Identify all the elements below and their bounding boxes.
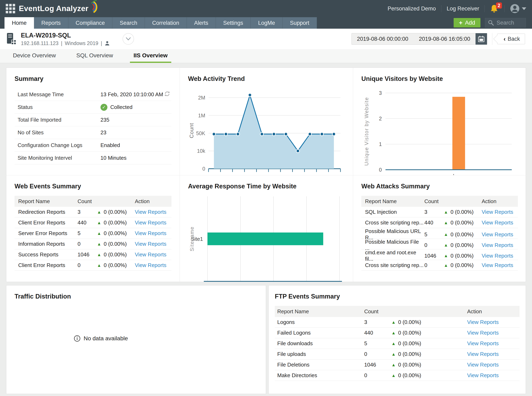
nav-tab-search[interactable]: Search — [112, 17, 145, 29]
divider: | — [61, 40, 63, 46]
date-from-input[interactable]: 2019-08-06 00:00:00 — [352, 36, 414, 42]
summary-label: Last Message Time — [17, 91, 100, 98]
view-reports-link[interactable]: View Reports — [467, 340, 499, 346]
report-count: 440 — [424, 220, 444, 226]
view-reports-link[interactable]: View Reports — [482, 231, 513, 238]
report-count: 3 — [78, 209, 97, 215]
report-action: View Reports — [135, 241, 172, 247]
refresh-icon[interactable] — [164, 91, 170, 98]
report-count: 5 — [78, 230, 97, 237]
table-row: File Deletions1046▲0 (0.00%)View Reports — [275, 360, 520, 370]
add-button[interactable]: + Add — [454, 18, 481, 27]
view-reports-link[interactable]: View Reports — [135, 262, 166, 268]
view-reports-link[interactable]: View Reports — [482, 220, 513, 226]
apps-grid-icon[interactable] — [6, 4, 15, 13]
chevron-down-icon — [522, 7, 526, 10]
report-action: View Reports — [467, 372, 520, 379]
report-count: 3 — [364, 319, 391, 325]
log-receiver-link[interactable]: Log Receiver — [447, 6, 479, 12]
nav-tab-reports[interactable]: Reports — [34, 17, 68, 29]
report-name: Redirection Reports — [18, 209, 78, 215]
back-button[interactable]: ‹ Back — [497, 34, 525, 44]
divider — [485, 5, 485, 12]
svg-text:2: 2 — [379, 116, 382, 122]
personalized-demo-link[interactable]: Personalized Demo — [388, 6, 436, 12]
svg-text:1M: 1M — [198, 113, 205, 118]
up-triangle-icon: ▲ — [391, 352, 396, 357]
view-reports-link[interactable]: View Reports — [467, 351, 499, 357]
svg-text:50K: 50K — [196, 130, 206, 136]
report-name: File downloads — [277, 340, 364, 347]
view-reports-link[interactable]: View Reports — [135, 220, 166, 226]
view-reports-link[interactable]: View Reports — [135, 230, 166, 236]
header-right: Personalized Demo Log Receiver 2 — [388, 4, 526, 13]
dashboard: Summary Last Message Time13 Feb, 2020 10… — [0, 63, 532, 394]
view-reports-link[interactable]: View Reports — [135, 209, 166, 215]
report-name: Make Directories — [277, 372, 364, 379]
view-reports-link[interactable]: View Reports — [467, 372, 499, 379]
back-label: Back — [508, 36, 520, 42]
report-count: 5 — [364, 340, 391, 347]
delta-text: 0 (0.00%) — [451, 242, 474, 248]
calendar-button[interactable] — [475, 33, 487, 45]
empty-state-text: No data available — [84, 335, 128, 342]
report-delta: ▲0 (0.00%) — [97, 262, 135, 268]
delta-text: 0 (0.00%) — [451, 262, 474, 268]
delta-text: 0 (0.00%) — [104, 241, 127, 247]
summary-row: Last Message Time13 Feb, 2020 10:10:00 A… — [15, 88, 172, 101]
nav-tab-alerts[interactable]: Alerts — [187, 17, 216, 29]
device-header: ELA-W2019-SQL 192.168.111.123 | Windows … — [0, 29, 532, 49]
summary-row: Status✓Collected — [15, 101, 172, 114]
view-reports-link[interactable]: View Reports — [482, 242, 513, 248]
expand-device-button[interactable] — [123, 33, 134, 45]
status-check-icon: ✓ — [100, 104, 107, 111]
view-reports-link[interactable]: View Reports — [135, 241, 166, 247]
date-to-input[interactable]: 2019-08-06 16:05:00 — [413, 36, 475, 42]
divider — [441, 5, 441, 12]
report-delta: ▲0 (0.00%) — [444, 253, 482, 259]
table-row: cmd.exe and root.exe fil...1046▲0 (0.00%… — [361, 249, 518, 260]
chevron-down-icon — [126, 37, 131, 41]
overview-tab-sql-overview[interactable]: SQL Overview — [73, 49, 117, 63]
nav-tab-correlation[interactable]: Correlation — [145, 17, 187, 29]
nav-tab-support[interactable]: Support — [283, 17, 317, 29]
view-reports-link[interactable]: View Reports — [467, 319, 499, 325]
view-reports-link[interactable]: View Reports — [467, 361, 499, 368]
brand: EventLog Analyzer — [6, 2, 103, 15]
search-input[interactable]: Search — [485, 18, 526, 27]
view-reports-link[interactable]: View Reports — [135, 251, 166, 258]
up-triangle-icon: ▲ — [391, 331, 396, 335]
panel-title: Web Attacks Summary — [361, 183, 518, 190]
plus-icon: + — [459, 19, 463, 26]
overview-tab-iis-overview[interactable]: IIS Overview — [130, 49, 172, 63]
report-action: View Reports — [135, 262, 172, 268]
view-reports-link[interactable]: View Reports — [467, 330, 499, 336]
summary-value: 23 — [100, 129, 106, 136]
up-triangle-icon: ▲ — [97, 231, 101, 236]
monitoring-user-icon[interactable] — [105, 41, 110, 46]
up-triangle-icon: ▲ — [97, 210, 101, 215]
ftp-events-summary-panel: FTP Events Summary Report NameCountActio… — [269, 285, 526, 394]
nav-tab-settings[interactable]: Settings — [216, 17, 251, 29]
report-count: 1046 — [424, 253, 444, 259]
delta-text: 0 (0.00%) — [451, 209, 474, 215]
overview-tab-device-overview[interactable]: Device Overview — [9, 49, 60, 63]
report-count: 5 — [424, 231, 444, 238]
nav-tab-logme[interactable]: LogMe — [251, 17, 283, 29]
view-reports-link[interactable]: View Reports — [482, 209, 513, 215]
report-action: View Reports — [482, 253, 518, 259]
report-count: 1046 — [78, 251, 97, 258]
nav-tab-compliance[interactable]: Compliance — [68, 17, 113, 29]
main-nav: HomeReportsComplianceSearchCorrelationAl… — [5, 17, 317, 29]
delta-text: 0 (0.00%) — [398, 340, 421, 347]
nav-tab-home[interactable]: Home — [5, 17, 34, 29]
report-name: Client Error Reports — [18, 220, 78, 226]
unique-visitors-chart: 0123zoho.comUnique Visitor by WebsiteSit… — [361, 84, 518, 175]
app-header: EventLog Analyzer Personalized Demo Log … — [0, 0, 532, 29]
view-reports-link[interactable]: View Reports — [482, 253, 513, 259]
view-reports-link[interactable]: View Reports — [482, 262, 513, 268]
back-chevron-icon: ‹ — [503, 35, 506, 42]
notifications-bell-icon[interactable]: 2 — [490, 4, 499, 13]
report-name: Information Reports — [18, 241, 78, 247]
user-menu[interactable] — [510, 4, 526, 13]
